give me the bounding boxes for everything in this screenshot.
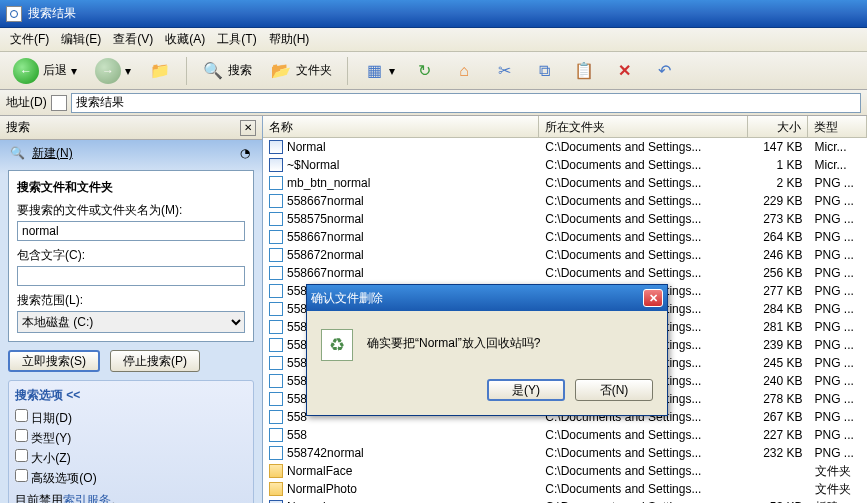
menubar: 文件(F) 编辑(E) 查看(V) 收藏(A) 工具(T) 帮助(H): [0, 28, 867, 52]
search-now-button[interactable]: 立即搜索(S): [8, 350, 100, 372]
delete-button[interactable]: ✕: [606, 56, 642, 86]
file-row[interactable]: NormalC:\Documents and Settings...147 KB…: [263, 138, 867, 156]
new-search-link[interactable]: 新建(N): [32, 145, 73, 162]
scope-select[interactable]: 本地磁盘 (C:): [17, 311, 245, 333]
forward-arrow-icon: →: [95, 58, 121, 84]
dropdown-icon: ▾: [125, 64, 131, 78]
file-type: PNG ...: [809, 176, 868, 190]
type-checkbox[interactable]: [15, 429, 28, 442]
column-headers: 名称 所在文件夹 大小 类型: [263, 116, 867, 138]
file-folder: C:\Documents and Settings...: [539, 428, 748, 442]
file-row[interactable]: 558672normalC:\Documents and Settings...…: [263, 246, 867, 264]
option-type[interactable]: 类型(Y): [15, 428, 247, 448]
file-row[interactable]: 558667normalC:\Documents and Settings...…: [263, 264, 867, 282]
menu-file[interactable]: 文件(F): [4, 29, 55, 50]
file-name: NormalPhoto: [287, 482, 357, 496]
file-name: 558667normal: [287, 230, 364, 244]
file-folder: C:\Documents and Settings...: [539, 158, 748, 172]
folders-button[interactable]: 📂文件夹: [263, 56, 339, 86]
file-row[interactable]: 558667normalC:\Documents and Settings...…: [263, 192, 867, 210]
file-size: 273 KB: [748, 212, 808, 226]
file-row[interactable]: NormalFaceC:\Documents and Settings...文件…: [263, 462, 867, 480]
file-icon: [269, 464, 283, 478]
size-checkbox[interactable]: [15, 449, 28, 462]
cut-button[interactable]: ✂: [486, 56, 522, 86]
scissors-icon: ✂: [493, 60, 515, 82]
file-row[interactable]: 558742normalC:\Documents and Settings...…: [263, 444, 867, 462]
views-button[interactable]: ▦▾: [356, 56, 402, 86]
col-type[interactable]: 类型: [808, 116, 867, 137]
index-service-link[interactable]: 索引服务: [63, 493, 111, 503]
menu-favorites[interactable]: 收藏(A): [159, 29, 211, 50]
index-service-text: 目前禁用索引服务。: [15, 492, 247, 503]
file-row[interactable]: 558C:\Documents and Settings...227 KBPNG…: [263, 426, 867, 444]
option-advanced[interactable]: 高级选项(O): [15, 468, 247, 488]
back-button[interactable]: ← 后退 ▾: [6, 54, 84, 88]
file-type: PNG ...: [809, 374, 868, 388]
file-type: PNG ...: [809, 320, 868, 334]
address-input[interactable]: [71, 93, 861, 113]
filename-input[interactable]: [17, 221, 245, 241]
menu-edit[interactable]: 编辑(E): [55, 29, 107, 50]
file-size: 284 KB: [748, 302, 808, 316]
new-search-icon[interactable]: 🔍: [8, 144, 26, 162]
file-row[interactable]: mb_btn_normalC:\Documents and Settings..…: [263, 174, 867, 192]
contains-input[interactable]: [17, 266, 245, 286]
search-button[interactable]: 🔍搜索: [195, 56, 259, 86]
option-size[interactable]: 大小(Z): [15, 448, 247, 468]
file-row[interactable]: 558575normalC:\Documents and Settings...…: [263, 210, 867, 228]
file-icon: [269, 284, 283, 298]
home-button[interactable]: ⌂: [446, 56, 482, 86]
date-checkbox[interactable]: [15, 409, 28, 422]
advanced-checkbox[interactable]: [15, 469, 28, 482]
up-button[interactable]: 📁: [142, 56, 178, 86]
search-options-panel: 搜索选项 << 日期(D) 类型(Y) 大小(Z) 高级选项(O) 目前禁用索引…: [8, 380, 254, 503]
stop-search-button[interactable]: 停止搜索(P): [110, 350, 200, 372]
col-folder[interactable]: 所在文件夹: [539, 116, 748, 137]
file-folder: C:\Documents and Settings...: [539, 194, 748, 208]
sidebar-header: 搜索 ✕: [0, 116, 262, 140]
file-row[interactable]: NormalC:\Documents and Settings...53 KB板…: [263, 498, 867, 503]
option-date[interactable]: 日期(D): [15, 408, 247, 428]
sync-button[interactable]: ↻: [406, 56, 442, 86]
confirm-delete-dialog: 确认文件删除 ✕ ♻ 确实要把“Normal”放入回收站吗? 是(Y) 否(N): [306, 284, 668, 416]
forward-button[interactable]: →▾: [88, 54, 138, 88]
file-icon: [269, 320, 283, 334]
undo-button[interactable]: ↶: [646, 56, 682, 86]
close-sidebar-button[interactable]: ✕: [240, 120, 256, 136]
sync-icon: ↻: [413, 60, 435, 82]
file-name: mb_btn_normal: [287, 176, 370, 190]
views-icon: ▦: [363, 60, 385, 82]
file-type: 文件夹: [809, 463, 868, 480]
search-results-icon: [6, 6, 22, 22]
file-name: 558: [287, 320, 307, 334]
file-type: PNG ...: [809, 392, 868, 406]
file-type: Micr...: [809, 140, 868, 154]
file-row[interactable]: ~$NormalC:\Documents and Settings...1 KB…: [263, 156, 867, 174]
menu-tools[interactable]: 工具(T): [211, 29, 262, 50]
search-options-header[interactable]: 搜索选项 <<: [15, 387, 247, 404]
col-size[interactable]: 大小: [748, 116, 808, 137]
sidebar-title: 搜索: [6, 119, 30, 136]
menu-help[interactable]: 帮助(H): [263, 29, 316, 50]
file-size: 246 KB: [748, 248, 808, 262]
file-type: PNG ...: [809, 212, 868, 226]
file-name: 558672normal: [287, 248, 364, 262]
copy-button[interactable]: ⧉: [526, 56, 562, 86]
file-row[interactable]: 558667normalC:\Documents and Settings...…: [263, 228, 867, 246]
search-label: 搜索: [228, 62, 252, 79]
file-row[interactable]: NormalPhotoC:\Documents and Settings...文…: [263, 480, 867, 498]
no-button[interactable]: 否(N): [575, 379, 653, 401]
yes-button[interactable]: 是(Y): [487, 379, 565, 401]
file-type: PNG ...: [809, 302, 868, 316]
menu-view[interactable]: 查看(V): [107, 29, 159, 50]
file-folder: C:\Documents and Settings...: [539, 230, 748, 244]
help-icon[interactable]: ◔: [236, 144, 254, 162]
dialog-titlebar[interactable]: 确认文件删除 ✕: [307, 285, 667, 311]
file-size: 1 KB: [748, 158, 808, 172]
paste-icon: 📋: [573, 60, 595, 82]
dialog-close-button[interactable]: ✕: [643, 289, 663, 307]
col-name[interactable]: 名称: [263, 116, 539, 137]
folder-icon: 📂: [270, 60, 292, 82]
paste-button[interactable]: 📋: [566, 56, 602, 86]
